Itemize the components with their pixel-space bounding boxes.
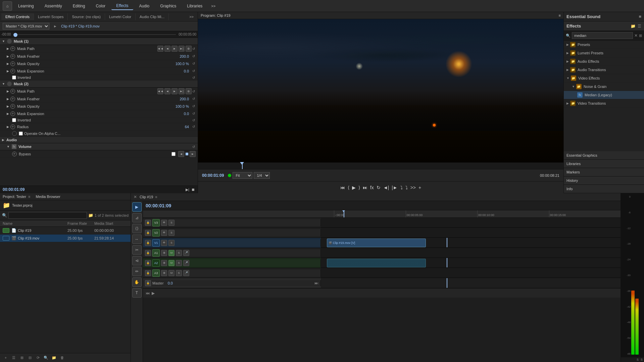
project-new-bin[interactable]: 📁: [51, 355, 57, 361]
history-header[interactable]: History: [564, 176, 644, 185]
menu-more-button[interactable]: >>: [208, 3, 218, 9]
mask1-path-tool[interactable]: ⊕: [186, 46, 192, 52]
markers-header[interactable]: Markers: [564, 168, 644, 176]
volume-section[interactable]: ▼ fx Volume ↺: [0, 143, 198, 150]
project-search-input[interactable]: [8, 212, 87, 219]
track-a3-lock[interactable]: 🔒: [145, 270, 151, 276]
tab-lumetri-color[interactable]: Lumetri Color: [105, 13, 136, 20]
search-options-icon[interactable]: ⊞: [639, 34, 642, 38]
mask2-next-frame[interactable]: ►|: [179, 88, 185, 94]
tree-video-transitions[interactable]: ▶ 📁 Video Transitions: [564, 99, 644, 108]
track-a3-solo[interactable]: S: [176, 270, 182, 276]
quality-select[interactable]: 1/4 1/2 Full: [254, 172, 270, 179]
track-v2-select[interactable]: V2: [152, 229, 160, 237]
tool-razor[interactable]: ✂: [132, 245, 142, 255]
track-master-lock[interactable]: 🔒: [145, 280, 151, 286]
mask1-next-frame[interactable]: ►|: [179, 46, 185, 52]
tab-source[interactable]: Source: (no clips): [68, 13, 105, 20]
mask2-section[interactable]: ▼ Mask (2): [0, 81, 198, 88]
track-a3-expand[interactable]: ⊞: [161, 270, 167, 276]
effect-transport-in[interactable]: ▶|: [186, 188, 189, 192]
tree-audio-effects[interactable]: ▶ 📁 Audio Effects: [564, 57, 644, 66]
fit-select[interactable]: Fit 25% 50% 75% 100%: [233, 172, 252, 179]
mask2-prev-btn[interactable]: ◄◄: [157, 88, 163, 94]
master-go-to-end[interactable]: ⏭: [314, 281, 318, 286]
track-a2-lock[interactable]: 🔒: [145, 260, 151, 266]
project-auto-match[interactable]: ⟳: [35, 355, 41, 361]
bypass-next[interactable]: ►: [190, 151, 196, 157]
tool-pen[interactable]: ✏: [132, 267, 142, 276]
menu-libraries[interactable]: Libraries: [182, 2, 207, 10]
effects-list-icon[interactable]: ☰: [638, 24, 641, 29]
track-v3-solo[interactable]: S: [168, 220, 175, 226]
timeline-menu-icon[interactable]: ≡: [155, 195, 157, 199]
transport-overwrite[interactable]: ⤵: [405, 185, 408, 190]
a2-clip-block[interactable]: [327, 259, 426, 267]
mask2-expansion-reset[interactable]: ↺: [192, 112, 196, 116]
v1-clip-block[interactable]: 🎬 Clip #19.mov [V]: [327, 239, 426, 247]
mask2-inverted-checkbox[interactable]: [12, 118, 16, 122]
track-a3-mute[interactable]: M: [168, 270, 175, 276]
menu-audio[interactable]: Audio: [135, 2, 154, 10]
track-v3-select[interactable]: V3: [152, 219, 160, 226]
track-a1-select[interactable]: A1: [152, 249, 160, 257]
panel-menu-icon[interactable]: ≡: [639, 14, 641, 19]
radius-arrow[interactable]: ▶: [7, 125, 9, 128]
mask2-path-arrow[interactable]: ▶: [7, 90, 9, 93]
track-a1-lock[interactable]: 🔒: [145, 250, 151, 256]
project-list-view[interactable]: ☰: [11, 355, 17, 361]
transport-insert[interactable]: ⤵: [400, 185, 403, 190]
tree-presets[interactable]: ▶ 📁 Presets: [564, 41, 644, 49]
tool-rate-stretch[interactable]: ↔: [132, 235, 142, 244]
tree-video-effects[interactable]: ▼ 📁 Video Effects: [564, 74, 644, 83]
mask2-path-reset[interactable]: ↺: [192, 89, 196, 93]
transport-shuttle-in[interactable]: ◄|: [383, 185, 389, 190]
mask1-opacity-reset[interactable]: ↺: [192, 62, 196, 66]
mask2-opacity-arrow[interactable]: ▶: [7, 105, 9, 108]
tool-hand[interactable]: ✋: [132, 277, 142, 287]
track-a1-mute[interactable]: M: [168, 250, 175, 256]
program-scrubber[interactable]: [198, 162, 563, 169]
mask1-inverted-reset[interactable]: ↺: [192, 75, 196, 80]
transport-shuttle-out[interactable]: |►: [392, 185, 398, 190]
tool-track-select[interactable]: ⊿: [132, 213, 142, 222]
mask2-inverted-reset[interactable]: ↺: [192, 118, 196, 122]
track-v1-solo[interactable]: S: [168, 240, 175, 246]
tree-noise-grain[interactable]: ▼ 📁 Noise & Grain: [564, 83, 644, 91]
tree-lumetri-presets[interactable]: ▶ 📁 Lumetri Presets: [564, 49, 644, 57]
mask1-opacity-value[interactable]: 100.0 %: [176, 62, 189, 66]
tab-lumetri-scopes[interactable]: Lumetri Scopes: [34, 13, 68, 20]
tree-audio-transitions[interactable]: ▶ 📁 Audio Transitions: [564, 66, 644, 74]
mask2-prev-frame[interactable]: ◄: [164, 88, 170, 94]
track-a2-mute[interactable]: M: [168, 260, 175, 266]
track-v1-lock[interactable]: 🔒: [145, 240, 151, 246]
audio-section[interactable]: ▶ Audio: [0, 137, 198, 143]
panel-tabs-more[interactable]: >>: [187, 13, 196, 20]
tool-ripple-edit[interactable]: ⟨⟩: [132, 224, 142, 233]
transport-play-stop[interactable]: ▶: [352, 185, 356, 190]
mask1-expansion-arrow[interactable]: ▶: [7, 69, 9, 73]
transport-step-fwd[interactable]: ⟩: [358, 185, 360, 190]
radius-value[interactable]: 64: [185, 125, 189, 129]
track-a1-solo[interactable]: S: [176, 250, 182, 256]
transport-add[interactable]: +: [418, 185, 421, 190]
track-a2-record[interactable]: 🎤: [183, 260, 189, 266]
menu-color[interactable]: Color: [91, 2, 110, 10]
program-menu-icon[interactable]: ≡: [559, 13, 561, 17]
project-new-bin-icon[interactable]: 📁: [88, 213, 93, 218]
operate-alpha-checkbox[interactable]: [19, 132, 23, 136]
mask1-expansion-value[interactable]: 0.0: [184, 69, 189, 73]
volume-reset[interactable]: ↺: [192, 145, 196, 149]
project-find[interactable]: 🔍: [43, 355, 49, 361]
tl-play-pause[interactable]: ▶: [152, 291, 155, 296]
track-v1-visibility[interactable]: 👁: [161, 240, 167, 246]
mask1-feather-arrow[interactable]: ▶: [7, 55, 9, 58]
transport-to-out[interactable]: ⏭: [363, 185, 367, 190]
bypass-checkbox[interactable]: [171, 152, 176, 156]
tab-effect-controls[interactable]: Effect Controls: [1, 13, 34, 20]
search-clear-button[interactable]: ✕: [634, 33, 638, 38]
transport-more[interactable]: >>: [410, 185, 416, 190]
effect-transport-out[interactable]: ⏹: [191, 188, 195, 192]
track-a3-select[interactable]: A3: [152, 269, 160, 277]
radius-reset[interactable]: ↺: [192, 125, 196, 129]
